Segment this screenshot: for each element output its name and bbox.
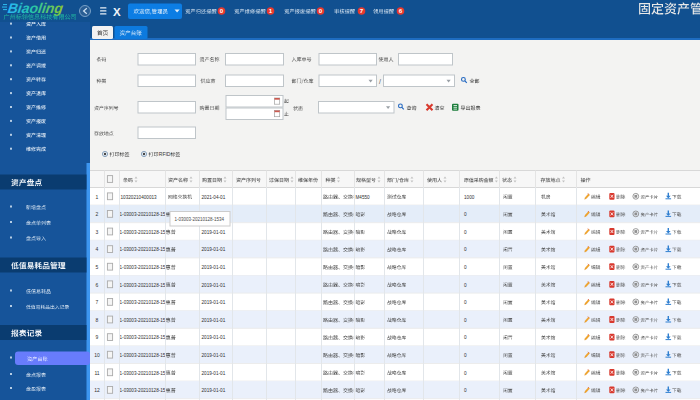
svg-text:8: 8 <box>96 317 99 323</box>
svg-text:1-03003-20210128-1534: 1-03003-20210128-1534 <box>175 217 225 222</box>
svg-text:9: 9 <box>96 334 99 340</box>
svg-text:Biaoling: Biaoling <box>7 0 65 15</box>
svg-text:0: 0 <box>220 7 224 14</box>
svg-text:1000: 1000 <box>464 195 475 200</box>
svg-text:12: 12 <box>94 387 100 393</box>
svg-text:10320210400013: 10320210400013 <box>121 195 158 200</box>
svg-text:0: 0 <box>319 7 323 14</box>
svg-text:7: 7 <box>96 299 99 305</box>
svg-text:7: 7 <box>360 7 364 14</box>
svg-text:/: / <box>379 78 381 85</box>
svg-text:M4550: M4550 <box>356 195 371 200</box>
svg-text:2: 2 <box>96 211 99 217</box>
svg-text:5: 5 <box>96 264 99 270</box>
svg-text:6: 6 <box>399 7 403 14</box>
svg-text:3: 3 <box>96 229 99 235</box>
svg-text:X: X <box>113 6 121 18</box>
svg-text:10: 10 <box>94 352 100 358</box>
svg-text:RFID: RFID <box>159 151 171 157</box>
svg-text:6: 6 <box>96 282 99 288</box>
svg-text:2021-04-01: 2021-04-01 <box>202 195 226 200</box>
svg-text:1: 1 <box>96 194 99 200</box>
svg-text:11: 11 <box>94 370 99 376</box>
svg-text:1: 1 <box>269 7 273 14</box>
svg-text:4: 4 <box>96 246 99 252</box>
